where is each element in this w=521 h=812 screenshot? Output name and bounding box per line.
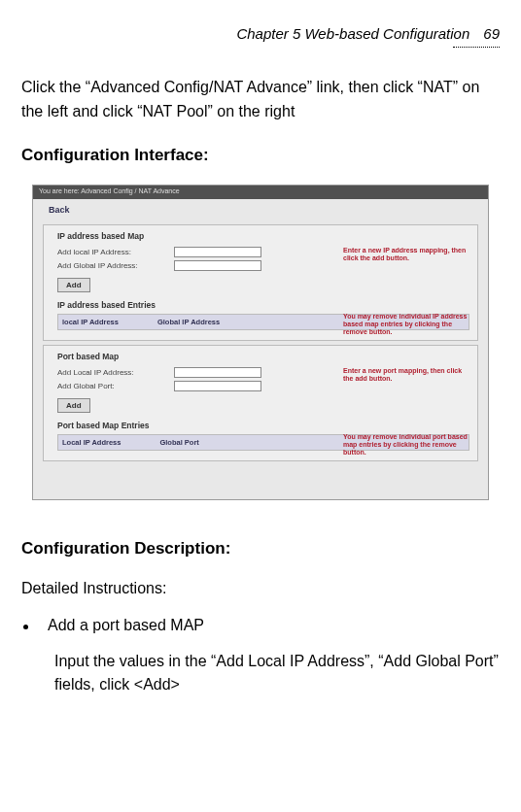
header-underline <box>453 47 500 48</box>
ip-entries-note: You may remove individual IP address bas… <box>343 313 469 337</box>
port-map-title: Port based Map <box>57 352 469 361</box>
bullet-text: Add a port based MAP <box>48 617 204 634</box>
ip-map-note: Enter a new IP address mapping, then cli… <box>343 247 469 263</box>
port-entries-note: You may remove individual port based map… <box>343 433 469 457</box>
add-global-ip-input[interactable] <box>174 260 261 271</box>
ip-col-local: local IP Address <box>62 318 119 326</box>
config-description-heading: Configuration Description: <box>21 539 500 558</box>
add-port-button[interactable]: Add <box>57 398 90 413</box>
add-local-ip-input[interactable] <box>174 247 261 257</box>
add-ip-button[interactable]: Add <box>57 278 90 292</box>
ip-entries-title: IP address based Entries <box>57 300 469 310</box>
bullet-dot-icon <box>23 625 28 629</box>
bullet-description: Input the values in the “Add Local IP Ad… <box>54 650 500 696</box>
bullet-item: Add a port based MAP <box>23 617 500 634</box>
add-local-ip-port-label: Add Local IP Address: <box>57 368 174 377</box>
port-map-panel: Port based Map Enter a new port mapping,… <box>43 345 478 461</box>
detailed-instructions-label: Detailed Instructions: <box>21 580 500 597</box>
add-global-port-label: Add Global Port: <box>57 382 174 390</box>
page-header: Chapter 5 Web-based Configuration 69 <box>236 25 500 42</box>
page-number: 69 <box>483 25 500 42</box>
add-global-ip-label: Add Global IP Address: <box>57 261 174 270</box>
port-col-global: Global Port <box>159 438 198 447</box>
config-screenshot: You are here: Advanced Config / NAT Adva… <box>32 185 489 500</box>
add-local-ip-label: Add local IP Address: <box>57 248 174 256</box>
add-global-port-input[interactable] <box>174 381 261 391</box>
chapter-title: Chapter 5 Web-based Configuration <box>236 25 469 42</box>
ip-map-panel: IP address based Map Enter a new IP addr… <box>43 224 478 341</box>
add-local-ip-port-input[interactable] <box>174 367 261 378</box>
back-link[interactable]: Back <box>33 199 488 220</box>
config-interface-heading: Configuration Interface: <box>21 146 500 165</box>
port-entries-title: Port based Map Entries <box>57 421 469 430</box>
ip-col-global: Global IP Address <box>157 318 220 326</box>
port-col-local: Local IP Address <box>62 438 121 447</box>
port-map-note: Enter a new port mapping, then click the… <box>343 367 469 384</box>
intro-paragraph: Click the “Advanced Config/NAT Advance” … <box>21 76 500 124</box>
breadcrumb-bar: You are here: Advanced Config / NAT Adva… <box>33 186 488 199</box>
ip-map-title: IP address based Map <box>57 231 469 241</box>
